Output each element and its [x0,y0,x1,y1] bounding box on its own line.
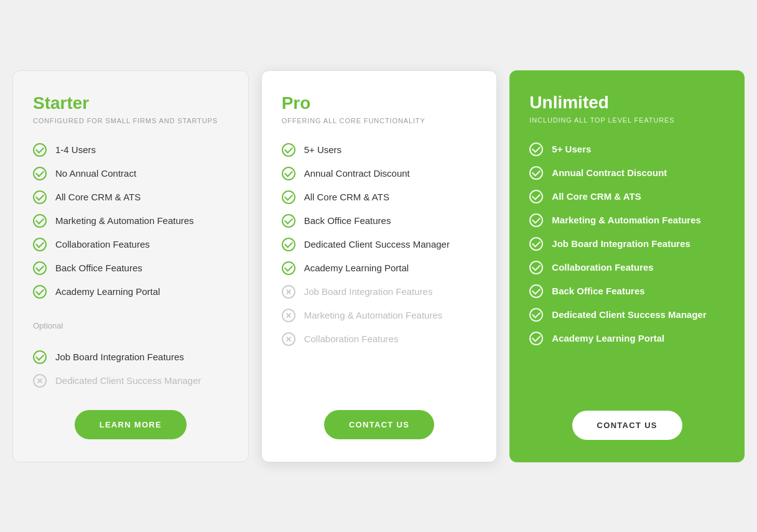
feature-item-excluded: Dedicated Client Success Manager [33,374,228,388]
x-icon [282,332,295,346]
check-icon [529,332,543,345]
feature-label: Marketing & Automation Features [304,310,443,320]
feature-item: Collaboration Features [33,238,228,251]
feature-label: Annual Contract Discount [304,168,410,179]
x-icon [282,309,295,322]
feature-item: Job Board Integration Features [529,237,725,251]
feature-label: Annual Contract Discount [552,167,667,178]
feature-label: Dedicated Client Success Manager [552,309,706,320]
feature-item-excluded: Job Board Integration Features [282,285,477,299]
feature-item: Dedicated Client Success Manager [282,238,477,251]
feature-label: Back Office Features [552,286,644,296]
feature-item: Back Office Features [529,284,725,298]
feature-label: Collaboration Features [552,262,653,273]
feature-item: Academy Learning Portal [282,261,477,275]
feature-label: Job Board Integration Features [55,352,184,362]
feature-label: Marketing & Automation Features [552,215,700,225]
check-icon [282,167,295,180]
check-icon [33,190,47,204]
feature-item: All Core CRM & ATS [33,190,228,204]
cta-button-pro[interactable]: CONTACT US [324,410,434,439]
check-icon [282,143,295,157]
feature-label: Academy Learning Portal [55,286,160,297]
check-icon [33,261,47,275]
check-icon [529,308,543,322]
cta-button-unlimited[interactable]: CONTACT US [572,411,682,440]
check-icon [33,167,47,180]
feature-label: No Annual Contract [55,168,136,179]
feature-label: Job Board Integration Features [552,238,690,249]
feature-item: Marketing & Automation Features [529,213,725,227]
feature-item: All Core CRM & ATS [529,190,725,203]
feature-list-starter: 1-4 UsersNo Annual ContractAll Core CRM … [33,143,228,388]
feature-list-pro: 5+ UsersAnnual Contract DiscountAll Core… [282,143,477,388]
feature-item: 1-4 Users [33,143,228,157]
plan-subtitle-starter: Configured for small firms and startups [33,117,228,124]
check-icon [529,142,543,156]
check-icon [33,238,47,251]
check-icon [529,284,543,298]
feature-label: All Core CRM & ATS [304,192,389,202]
plan-card-pro: ProOffering all core functionality5+ Use… [261,70,498,462]
feature-item: Marketing & Automation Features [33,214,228,228]
check-icon [529,190,543,203]
check-icon [529,213,543,227]
feature-item: Collaboration Features [529,261,725,274]
feature-item-optional: Job Board Integration Features [33,350,228,364]
x-icon [33,374,47,388]
plan-subtitle-unlimited: Including all top level features [529,116,725,124]
check-icon [529,237,543,251]
check-icon [529,166,543,180]
feature-list-unlimited: 5+ UsersAnnual Contract DiscountAll Core… [529,142,725,388]
feature-item: Academy Learning Portal [33,285,228,299]
cta-button-starter[interactable]: LEARN MORE [75,410,187,439]
feature-item: 5+ Users [282,143,477,157]
feature-label: Dedicated Client Success Manager [55,375,201,386]
check-icon [282,214,295,228]
feature-label: 5+ Users [552,144,591,154]
feature-label: All Core CRM & ATS [55,192,141,202]
feature-label: 5+ Users [304,144,341,155]
cta-area-unlimited: CONTACT US [529,411,725,440]
feature-item: No Annual Contract [33,167,228,180]
feature-item-excluded: Marketing & Automation Features [282,309,477,322]
check-icon [282,261,295,275]
x-icon [282,285,295,299]
check-icon [282,190,295,204]
feature-label: Collaboration Features [55,239,150,250]
check-icon [33,285,47,299]
plan-name-starter: Starter [33,93,228,113]
optional-label: Optional [33,309,228,340]
check-icon [33,350,47,364]
plan-subtitle-pro: Offering all core functionality [282,117,477,124]
feature-label: Academy Learning Portal [304,263,409,273]
feature-item: Annual Contract Discount [529,166,725,180]
feature-item-excluded: Collaboration Features [282,332,477,346]
feature-item: Back Office Features [282,214,477,228]
feature-item: Academy Learning Portal [529,332,725,345]
feature-label: Marketing & Automation Features [55,215,194,226]
plan-card-starter: StarterConfigured for small firms and st… [12,70,249,462]
plan-name-pro: Pro [282,93,477,113]
check-icon [282,238,295,251]
cta-area-starter: LEARN MORE [33,410,228,439]
feature-label: Academy Learning Portal [552,333,664,343]
plan-card-unlimited: UnlimitedIncluding all top level feature… [509,70,745,462]
feature-item: Back Office Features [33,261,228,275]
feature-label: 1-4 Users [55,144,96,155]
feature-label: Back Office Features [55,263,142,273]
feature-label: Job Board Integration Features [304,286,433,297]
cta-area-pro: CONTACT US [282,410,477,439]
feature-label: All Core CRM & ATS [552,191,641,202]
feature-item: 5+ Users [529,142,725,156]
check-icon [33,214,47,228]
check-icon [33,143,47,157]
feature-label: Collaboration Features [304,334,399,344]
plan-name-unlimited: Unlimited [529,93,725,113]
feature-item: Dedicated Client Success Manager [529,308,725,322]
feature-label: Back Office Features [304,215,391,226]
feature-item: All Core CRM & ATS [282,190,477,204]
pricing-container: StarterConfigured for small firms and st… [12,70,745,462]
feature-item: Annual Contract Discount [282,167,477,180]
check-icon [529,261,543,274]
